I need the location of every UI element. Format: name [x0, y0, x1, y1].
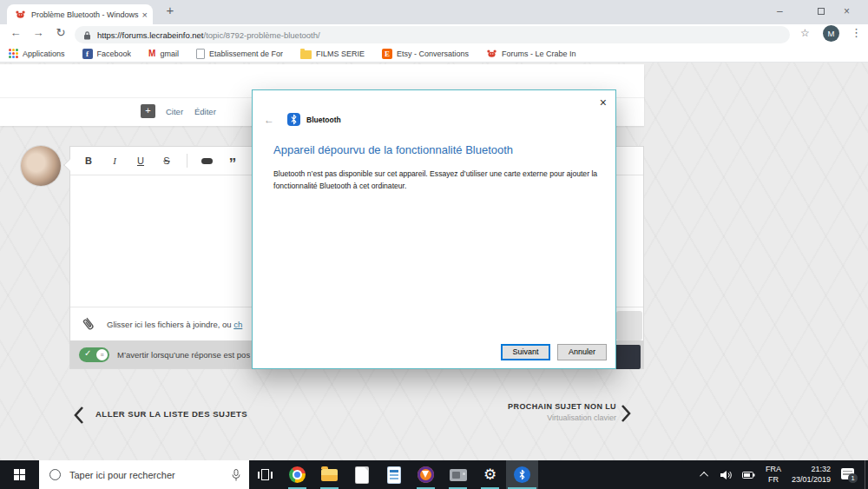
url-text: https://forums.lecrabeinfo.net/topic/879… — [97, 30, 320, 40]
italic-button[interactable]: I — [108, 155, 121, 166]
device-icon — [450, 469, 467, 481]
dialog-heading: Appareil dépourvu de la fonctionnalité B… — [273, 143, 513, 156]
window-close-button[interactable]: × — [844, 0, 868, 23]
action-center-button[interactable]: 1 — [841, 468, 856, 481]
next-unread-topic-link[interactable]: PROCHAIN SUJET NON LU Virtualisation cla… — [508, 402, 616, 422]
gmail-icon: M — [148, 49, 155, 58]
folder-icon — [300, 50, 312, 59]
task-view-button[interactable] — [249, 460, 281, 489]
go-to-topic-list-link[interactable]: ALLER SUR LA LISTE DES SUJETS — [95, 409, 247, 419]
taskbar-search-input[interactable]: Taper ici pour rechercher — [39, 460, 249, 489]
new-tab-button[interactable]: + — [161, 3, 179, 17]
dialog-back-icon[interactable]: ← — [264, 114, 274, 126]
profile-avatar[interactable]: M — [823, 25, 839, 42]
etsy-icon: E — [382, 49, 392, 59]
bookmark-films-serie[interactable]: FILMS SERIE — [300, 49, 365, 59]
date: 23/01/2019 — [792, 475, 831, 486]
search-placeholder: Taper ici pour rechercher — [69, 470, 175, 480]
show-desktop-button[interactable] — [865, 460, 868, 489]
cancel-button[interactable]: Annuler — [557, 344, 607, 360]
antivirus-shield-icon — [418, 466, 434, 483]
taskbar-document-button[interactable] — [345, 460, 378, 489]
chrome-icon — [289, 466, 306, 483]
apps-grid-icon — [9, 49, 18, 58]
notify-toggle[interactable]: ✓ ≡ — [79, 347, 109, 362]
tray-chevron-up-icon[interactable] — [700, 472, 708, 480]
user-avatar[interactable] — [21, 146, 61, 186]
clock[interactable]: 21:32 23/01/2019 — [792, 465, 831, 485]
text-document-icon — [388, 467, 400, 483]
screen: Problème Bluetooth - Windows × + – × ← →… — [0, 0, 868, 489]
editor-side-button[interactable] — [616, 311, 642, 340]
browser-tab-strip: Problème Bluetooth - Windows × + – × — [0, 0, 868, 24]
taskbar-bluetooth-button[interactable] — [506, 460, 538, 489]
chevron-right-icon[interactable] — [620, 404, 632, 423]
tab-title: Problème Bluetooth - Windows — [31, 10, 139, 19]
tab-close-icon[interactable]: × — [142, 10, 148, 20]
taskbar-settings-button[interactable]: ⚙ — [474, 460, 506, 489]
edit-link[interactable]: Éditer — [194, 107, 216, 116]
url-omnibox[interactable]: https://forums.lecrabeinfo.net/topic/879… — [75, 26, 790, 43]
chevron-left-icon[interactable] — [73, 406, 85, 425]
language-indicator[interactable]: FRA FR — [766, 465, 781, 485]
cortana-icon — [49, 469, 61, 480]
window-maximize-button[interactable] — [818, 8, 825, 15]
speaker-icon[interactable] — [720, 470, 732, 480]
battery-icon[interactable] — [742, 471, 755, 479]
start-button[interactable] — [0, 460, 39, 489]
forward-icon[interactable]: → — [30, 26, 47, 39]
microphone-icon[interactable] — [232, 469, 240, 481]
attach-text: Glisser ici les fichiers à joindre, ou c… — [107, 320, 242, 329]
back-icon[interactable]: ← — [7, 26, 24, 39]
system-tray: FRA FR 21:32 23/01/2019 1 — [702, 460, 868, 489]
bookmark-star-icon[interactable]: ☆ — [800, 27, 810, 39]
quote-icon[interactable]: ” — [227, 155, 239, 168]
crab-favicon-icon — [15, 10, 26, 19]
quote-link[interactable]: Citer — [166, 107, 183, 116]
link-icon[interactable] — [201, 158, 213, 164]
submit-reply-button[interactable] — [615, 345, 641, 369]
taskbar-explorer-button[interactable] — [313, 460, 345, 489]
next-unread-subtitle: Virtualisation clavier — [508, 413, 616, 422]
underline-button[interactable]: U — [135, 155, 147, 166]
bluetooth-dialog: × ← Bluetooth Appareil dépourvu de la fo… — [252, 89, 616, 369]
browser-tab[interactable]: Problème Bluetooth - Windows × — [7, 4, 153, 24]
document-icon — [356, 467, 368, 483]
check-icon: ✓ — [84, 348, 91, 358]
window-minimize-button[interactable]: – — [777, 0, 803, 23]
bookmark-etablissement[interactable]: Etablissement de For — [196, 49, 283, 59]
bookmarks-bar: Applications f Facebook M gmail Etabliss… — [0, 45, 868, 63]
dialog-close-icon[interactable]: × — [600, 96, 607, 109]
bold-button[interactable]: B — [82, 155, 95, 166]
multiquote-plus-button[interactable]: + — [141, 104, 155, 118]
facebook-icon: f — [82, 49, 93, 59]
toggle-knob[interactable]: ≡ — [96, 349, 108, 360]
taskbar-vm-button[interactable] — [442, 460, 474, 489]
taskbar-antivirus-button[interactable] — [410, 460, 442, 489]
gear-icon: ⚙ — [483, 467, 496, 482]
paperclip-icon — [78, 314, 98, 334]
crab-icon — [486, 49, 497, 58]
taskbar-chrome-button[interactable] — [281, 460, 313, 489]
reload-icon[interactable]: ↻ — [52, 26, 69, 39]
page-icon — [196, 49, 205, 59]
lock-icon — [83, 30, 91, 40]
taskbar-writer-button[interactable] — [378, 460, 410, 489]
dialog-app-title: Bluetooth — [306, 116, 341, 124]
taskbar: Taper ici pour rechercher ⚙ — [0, 460, 868, 489]
bookmark-etsy[interactable]: E Etsy - Conversations — [382, 49, 469, 59]
browser-menu-icon[interactable]: ⋮ — [851, 26, 862, 39]
bluetooth-icon — [287, 113, 300, 126]
task-view-icon — [261, 469, 269, 480]
choose-files-link[interactable]: ch — [233, 320, 242, 329]
bookmark-gmail[interactable]: M gmail — [148, 49, 179, 58]
bookmark-facebook[interactable]: f Facebook — [82, 49, 132, 59]
bookmark-forums-le-crabe[interactable]: Forums - Le Crabe In — [486, 49, 576, 58]
taskbar-icons: ⚙ — [249, 460, 538, 489]
bookmark-applications[interactable]: Applications — [9, 49, 65, 58]
next-button[interactable]: Suivant — [501, 344, 550, 360]
notify-label: M’avertir lorsqu’une réponse est pos — [117, 350, 250, 360]
dialog-body: Bluetooth n’est pas disponible sur cet a… — [273, 169, 597, 193]
strikethrough-button[interactable]: S — [161, 155, 173, 166]
toolbar-divider — [187, 154, 187, 168]
